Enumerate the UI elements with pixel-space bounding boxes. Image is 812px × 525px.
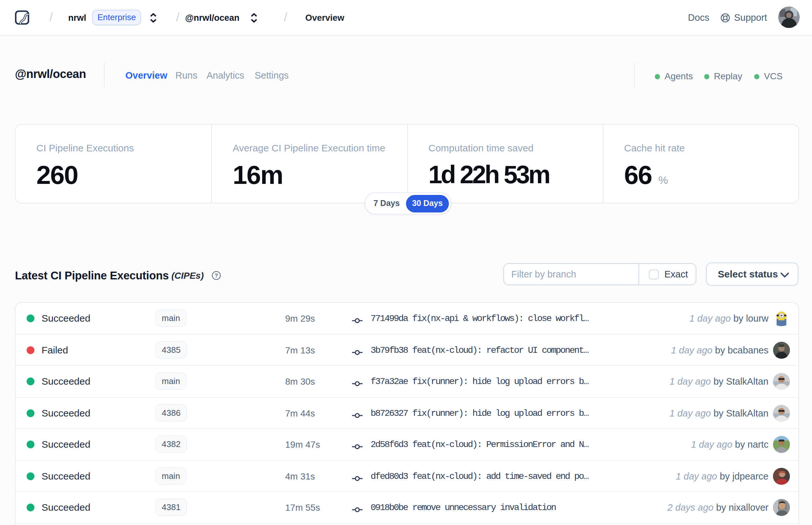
- svg-text:?: ?: [214, 272, 218, 279]
